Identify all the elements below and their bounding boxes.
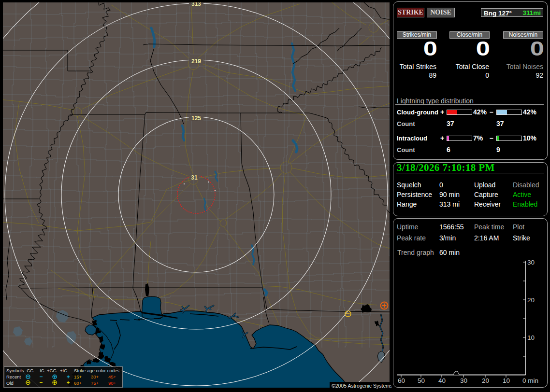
- svg-text:-IC: -IC: [38, 368, 44, 373]
- svg-text:90+: 90+: [108, 380, 116, 386]
- svg-text:75+: 75+: [91, 380, 99, 386]
- svg-text:Old: Old: [6, 380, 14, 386]
- svg-text:©2005 Astrogenic Systems: ©2005 Astrogenic Systems: [332, 383, 391, 389]
- svg-text:+CG: +CG: [47, 368, 57, 373]
- svg-text:219: 219: [191, 58, 201, 65]
- svg-text:-CG: -CG: [25, 368, 33, 373]
- svg-text:30+: 30+: [91, 374, 99, 379]
- svg-text:Recent: Recent: [6, 374, 21, 379]
- svg-text:125: 125: [191, 115, 201, 122]
- svg-text:Symbols: Symbols: [6, 368, 24, 373]
- svg-text:+IC: +IC: [60, 368, 67, 373]
- svg-text:45+: 45+: [108, 374, 116, 379]
- svg-text:Strike age color codes: Strike age color codes: [74, 368, 119, 373]
- svg-text:31: 31: [191, 174, 198, 181]
- svg-text:60+: 60+: [74, 380, 82, 386]
- svg-text:15+: 15+: [74, 374, 82, 379]
